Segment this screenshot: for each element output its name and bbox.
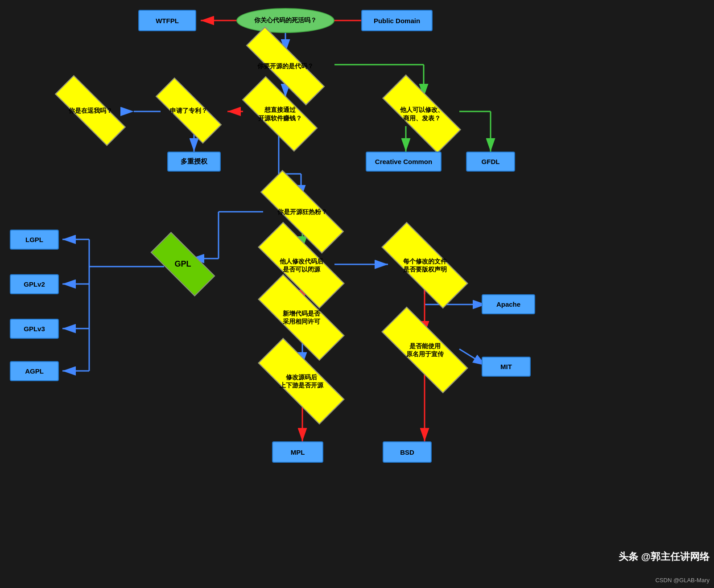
q3-diamond: 想直接通过 开源软件赚钱？ [243, 97, 317, 131]
gplv3-node: GPLv3 [10, 319, 59, 339]
mit-node: MIT [482, 357, 531, 377]
gplv2-node: GPLv2 [10, 274, 59, 294]
mit-label: MIT [500, 363, 512, 370]
q11-label: 是否能使用 原名用于宣传 [406, 342, 444, 358]
gplv2-label: GPLv2 [24, 280, 45, 288]
gfdl-label: GFDL [482, 158, 500, 165]
creative-common-node: Creative Common [366, 152, 442, 172]
q5-diamond: 你是在逗我吗？ [54, 97, 127, 124]
q12-diamond: 修改源码后 上下游是否开源 [258, 363, 345, 399]
wtfpl-node: WTFPL [138, 10, 196, 31]
q11-diamond: 是否能使用 原名用于宣传 [381, 332, 468, 368]
lgpl-label: LGPL [25, 236, 43, 243]
apache-node: Apache [482, 294, 535, 314]
q5-label: 你是在逗我吗？ [69, 107, 112, 115]
mpl-label: MPL [291, 448, 305, 456]
public-domain-node: Public Domain [361, 10, 433, 31]
gplv3-label: GPLv3 [24, 325, 45, 333]
q2-diamond: 你要开源的是代码？ [243, 53, 328, 79]
watermark: CSDN @GLAB-Mary [655, 577, 710, 584]
q4-label: 申请了专利？ [170, 107, 207, 115]
gfdl-node: GFDL [466, 152, 515, 172]
q3-label: 想直接通过 开源软件赚钱？ [258, 106, 302, 122]
mpl-node: MPL [272, 441, 323, 463]
q9-diamond: 每个修改的文件 是否要版权声明 [381, 247, 468, 283]
headline: 头条 @郭主任讲网络 [619, 550, 710, 563]
q2-label: 你要开源的是代码？ [257, 62, 314, 70]
creative-common-label: Creative Common [375, 158, 432, 165]
q12-label: 修改源码后 上下游是否开源 [280, 373, 323, 389]
bsd-label: BSD [400, 448, 414, 456]
bsd-node: BSD [383, 441, 432, 463]
q10-label: 新增代码是否 采用相同许可 [283, 309, 320, 325]
q8-label: 他人修改代码后 是否可以闭源 [280, 257, 323, 273]
wtfpl-label: WTFPL [156, 17, 179, 25]
lgpl-node: LGPL [10, 230, 59, 250]
diagram-container: 你关心代码的死活吗？ WTFPL Public Domain 你要开源的是代码？… [0, 0, 714, 588]
public-domain-label: Public Domain [374, 17, 420, 25]
q1-label: 你关心代码的死活吗？ [254, 16, 317, 25]
arrows-svg [0, 0, 714, 588]
agpl-label: AGPL [25, 367, 44, 375]
q6-diamond: 他人可以修改、 商用、发表？ [383, 97, 461, 131]
q9-label: 每个修改的文件 是否要版权声明 [403, 257, 447, 273]
q7-diamond: 你是开源狂热粉？ [259, 196, 346, 227]
multi-license-label: 多重授权 [181, 157, 207, 166]
gpl-diamond: GPL [152, 250, 214, 279]
multi-license-node: 多重授权 [167, 152, 221, 172]
apache-label: Apache [496, 300, 520, 308]
agpl-node: AGPL [10, 361, 59, 381]
q1-oval: 你关心代码的死活吗？ [236, 8, 334, 33]
gpl-label: GPL [174, 259, 191, 269]
q6-label: 他人可以修改、 商用、发表？ [400, 106, 444, 122]
q4-diamond: 申请了专利？ [155, 97, 222, 124]
q7-label: 你是开源狂热粉？ [277, 208, 327, 216]
q8-diamond: 他人修改代码后 是否可以闭源 [258, 247, 345, 283]
q10-diamond: 新增代码是否 采用相同许可 [258, 300, 345, 335]
